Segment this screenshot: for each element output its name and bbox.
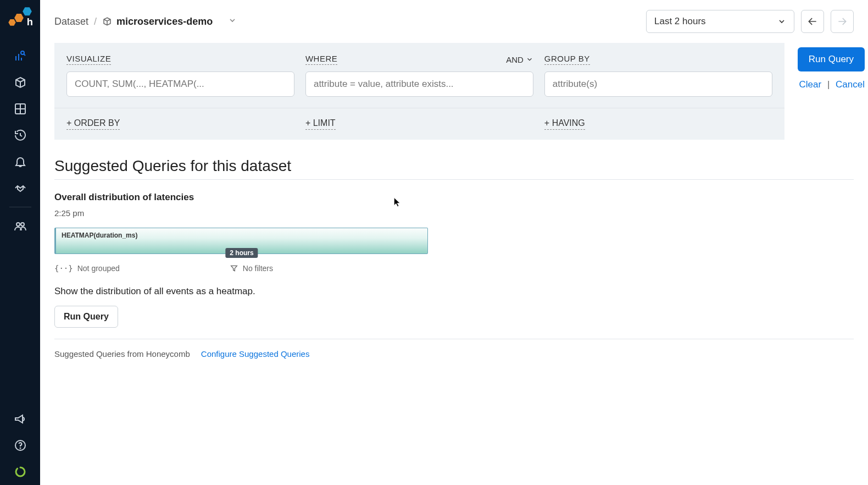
run-query-button[interactable]: Run Query <box>798 47 865 71</box>
dataset-name: microservices-demo <box>116 16 213 27</box>
configure-suggested-link[interactable]: Configure Suggested Queries <box>201 349 310 359</box>
meta-not-grouped: {··} Not grouped <box>54 264 120 273</box>
suggested-run-query-button[interactable]: Run Query <box>54 306 118 328</box>
sidebar: h <box>0 0 40 485</box>
svg-marker-1 <box>14 14 24 22</box>
groupby-input[interactable]: attribute(s) <box>544 71 772 97</box>
chevron-down-icon <box>526 56 533 63</box>
where-col: WHERE AND attribute = value, attribute e… <box>305 53 533 97</box>
nav-history[interactable] <box>9 124 31 146</box>
orderby-link[interactable]: + ORDER BY <box>66 118 120 130</box>
nav-help[interactable] <box>9 434 31 456</box>
visualize-label[interactable]: VISUALIZE <box>66 54 111 65</box>
arrow-right-icon <box>837 16 848 27</box>
meta-no-filters: No filters <box>230 264 273 273</box>
having-link[interactable]: + HAVING <box>544 118 585 130</box>
query-panel: VISUALIZE COUNT, SUM(..., HEATMAP(... WH… <box>54 43 784 140</box>
query-actions: Run Query Clear | Cancel <box>798 43 868 90</box>
where-input[interactable]: attribute = value, attribute exists... <box>305 71 533 97</box>
cube-icon <box>14 76 27 89</box>
nav-boards[interactable] <box>9 98 31 120</box>
time-back-button[interactable] <box>801 10 824 33</box>
grid-icon <box>14 102 27 115</box>
handshake-icon <box>14 181 27 195</box>
clear-link[interactable]: Clear <box>799 79 822 90</box>
nav-divider <box>9 207 31 207</box>
breadcrumb-root[interactable]: Dataset <box>54 16 88 27</box>
suggested-query-desc: Show the distribution of all events as a… <box>54 286 428 297</box>
suggested-query-meta: {··} Not grouped No filters <box>54 264 428 273</box>
nav-usage[interactable] <box>9 461 31 483</box>
bell-icon <box>14 155 27 168</box>
suggested-footer-label: Suggested Queries from Honeycomb <box>54 349 190 359</box>
heatmap-label: HEATMAP(duration_ms) <box>62 232 137 239</box>
where-and-toggle[interactable]: AND <box>506 55 533 64</box>
suggested-query-time: 2:25 pm <box>54 208 428 218</box>
main: Dataset / microservices-demo Last 2 hour… <box>40 0 868 485</box>
suggested-queries-heading: Suggested Queries for this dataset <box>54 157 854 180</box>
cube-icon <box>102 16 112 26</box>
heatmap-range-badge: 2 hours <box>225 248 258 258</box>
nav-integrations[interactable] <box>9 177 31 199</box>
time-forward-button <box>831 10 854 33</box>
heatmap-preview[interactable]: HEATMAP(duration_ms) 2 hours <box>54 228 428 254</box>
braces-icon: {··} <box>54 264 73 273</box>
breadcrumb-sep: / <box>94 16 97 27</box>
megaphone-icon <box>14 412 27 426</box>
limit-link[interactable]: + LIMIT <box>305 118 336 130</box>
people-icon <box>14 219 27 233</box>
svg-point-9 <box>20 448 20 449</box>
svg-text:h: h <box>26 16 32 27</box>
suggested-queries: Suggested Queries for this dataset Overa… <box>40 140 868 359</box>
where-label[interactable]: WHERE <box>305 54 337 65</box>
filter-icon <box>230 264 238 273</box>
nav-query[interactable] <box>9 45 31 67</box>
chevron-down-icon <box>777 17 786 26</box>
help-icon <box>14 439 27 452</box>
nav-announce[interactable] <box>9 408 31 430</box>
nav-datasets[interactable] <box>9 71 31 93</box>
history-icon <box>14 129 27 142</box>
arrow-left-icon <box>807 16 818 27</box>
query-icon <box>14 49 27 63</box>
visualize-col: VISUALIZE COUNT, SUM(..., HEATMAP(... <box>66 53 294 97</box>
nav-team[interactable] <box>9 215 31 237</box>
breadcrumb: Dataset / microservices-demo <box>54 16 237 27</box>
svg-point-10 <box>16 467 25 476</box>
visualize-input[interactable]: COUNT, SUM(..., HEATMAP(... <box>66 71 294 97</box>
svg-point-7 <box>21 223 24 226</box>
suggested-query-title: Overall distribution of latencies <box>54 192 428 203</box>
groupby-label[interactable]: GROUP BY <box>544 54 590 65</box>
suggested-query-item: Overall distribution of latencies 2:25 p… <box>54 192 428 328</box>
groupby-col: GROUP BY attribute(s) <box>544 53 772 97</box>
svg-marker-2 <box>8 19 15 26</box>
suggested-queries-footer: Suggested Queries from Honeycomb Configu… <box>54 339 854 359</box>
usage-ring-icon <box>14 465 27 478</box>
clear-cancel: Clear | Cancel <box>799 79 865 90</box>
logo[interactable]: h <box>7 5 34 33</box>
chevron-down-icon <box>228 16 237 25</box>
dataset-selector[interactable]: microservices-demo <box>102 16 213 27</box>
time-range-selector[interactable]: Last 2 hours <box>646 10 794 33</box>
cancel-link[interactable]: Cancel <box>836 79 865 90</box>
nav-alerts[interactable] <box>9 151 31 173</box>
svg-point-6 <box>16 223 20 226</box>
svg-marker-0 <box>23 7 32 15</box>
dataset-chevron[interactable] <box>228 16 237 27</box>
time-range-label: Last 2 hours <box>654 16 706 27</box>
honeycomb-logo-icon: h <box>7 5 34 33</box>
query-builder-row: VISUALIZE COUNT, SUM(..., HEATMAP(... WH… <box>40 43 868 140</box>
topbar: Dataset / microservices-demo Last 2 hour… <box>40 0 868 43</box>
